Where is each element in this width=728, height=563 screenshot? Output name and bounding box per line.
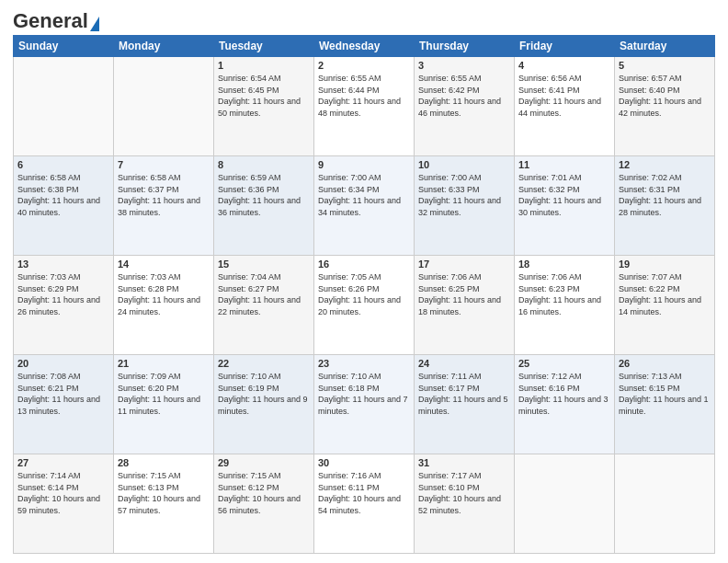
weekday-header-sunday: Sunday (14, 36, 114, 57)
cell-info: Sunrise: 6:59 AM Sunset: 6:36 PM Dayligh… (218, 172, 310, 218)
day-number: 1 (218, 60, 310, 71)
day-number: 6 (17, 159, 109, 170)
calendar-week-row: 1Sunrise: 6:54 AM Sunset: 6:45 PM Daylig… (14, 57, 715, 156)
day-number: 23 (318, 358, 410, 369)
cell-info: Sunrise: 7:03 AM Sunset: 6:29 PM Dayligh… (17, 271, 109, 317)
calendar-table: SundayMondayTuesdayWednesdayThursdayFrid… (13, 35, 715, 554)
day-number: 4 (518, 60, 610, 71)
calendar-cell: 9Sunrise: 7:00 AM Sunset: 6:34 PM Daylig… (314, 156, 415, 256)
cell-info: Sunrise: 7:10 AM Sunset: 6:19 PM Dayligh… (218, 371, 310, 417)
day-number: 24 (418, 358, 510, 369)
calendar-cell: 29Sunrise: 7:15 AM Sunset: 6:12 PM Dayli… (214, 454, 314, 554)
weekday-header-friday: Friday (515, 36, 615, 57)
day-number: 9 (318, 159, 410, 170)
cell-info: Sunrise: 6:57 AM Sunset: 6:40 PM Dayligh… (619, 73, 711, 119)
calendar-week-row: 6Sunrise: 6:58 AM Sunset: 6:38 PM Daylig… (14, 156, 715, 256)
cell-info: Sunrise: 7:04 AM Sunset: 6:27 PM Dayligh… (218, 271, 310, 317)
weekday-header-row: SundayMondayTuesdayWednesdayThursdayFrid… (14, 36, 715, 57)
day-number: 18 (518, 259, 610, 270)
cell-info: Sunrise: 7:08 AM Sunset: 6:21 PM Dayligh… (17, 371, 109, 417)
cell-info: Sunrise: 7:16 AM Sunset: 6:11 PM Dayligh… (318, 470, 410, 516)
cell-info: Sunrise: 7:07 AM Sunset: 6:22 PM Dayligh… (619, 271, 711, 317)
logo-triangle-icon (90, 17, 99, 31)
day-number: 10 (418, 159, 510, 170)
calendar-cell: 13Sunrise: 7:03 AM Sunset: 6:29 PM Dayli… (14, 256, 114, 355)
weekday-header-wednesday: Wednesday (314, 36, 415, 57)
cell-info: Sunrise: 7:09 AM Sunset: 6:20 PM Dayligh… (118, 371, 210, 417)
cell-info: Sunrise: 6:58 AM Sunset: 6:37 PM Dayligh… (118, 172, 210, 218)
calendar-cell (14, 57, 114, 156)
day-number: 7 (118, 159, 210, 170)
cell-info: Sunrise: 6:56 AM Sunset: 6:41 PM Dayligh… (518, 73, 610, 119)
calendar-cell: 18Sunrise: 7:06 AM Sunset: 6:23 PM Dayli… (515, 256, 615, 355)
weekday-header-tuesday: Tuesday (214, 36, 314, 57)
calendar-week-row: 13Sunrise: 7:03 AM Sunset: 6:29 PM Dayli… (14, 256, 715, 355)
cell-info: Sunrise: 7:03 AM Sunset: 6:28 PM Dayligh… (118, 271, 210, 317)
cell-info: Sunrise: 7:11 AM Sunset: 6:17 PM Dayligh… (418, 371, 510, 417)
weekday-header-thursday: Thursday (415, 36, 515, 57)
calendar-week-row: 27Sunrise: 7:14 AM Sunset: 6:14 PM Dayli… (14, 454, 715, 554)
day-number: 8 (218, 159, 310, 170)
day-number: 21 (118, 358, 210, 369)
day-number: 29 (218, 457, 310, 468)
calendar-cell: 15Sunrise: 7:04 AM Sunset: 6:27 PM Dayli… (214, 256, 314, 355)
cell-info: Sunrise: 7:15 AM Sunset: 6:12 PM Dayligh… (218, 470, 310, 516)
day-number: 27 (17, 457, 109, 468)
cell-info: Sunrise: 7:13 AM Sunset: 6:15 PM Dayligh… (619, 371, 711, 417)
calendar-cell: 11Sunrise: 7:01 AM Sunset: 6:32 PM Dayli… (515, 156, 615, 256)
cell-info: Sunrise: 7:00 AM Sunset: 6:33 PM Dayligh… (418, 172, 510, 218)
calendar-cell: 14Sunrise: 7:03 AM Sunset: 6:28 PM Dayli… (114, 256, 214, 355)
calendar-cell (114, 57, 214, 156)
calendar-week-row: 20Sunrise: 7:08 AM Sunset: 6:21 PM Dayli… (14, 355, 715, 454)
cell-info: Sunrise: 7:01 AM Sunset: 6:32 PM Dayligh… (518, 172, 610, 218)
day-number: 25 (518, 358, 610, 369)
day-number: 31 (418, 457, 510, 468)
calendar-cell: 26Sunrise: 7:13 AM Sunset: 6:15 PM Dayli… (615, 355, 715, 454)
calendar-cell (615, 454, 715, 554)
calendar-cell: 8Sunrise: 6:59 AM Sunset: 6:36 PM Daylig… (214, 156, 314, 256)
calendar-cell: 10Sunrise: 7:00 AM Sunset: 6:33 PM Dayli… (415, 156, 515, 256)
calendar-cell: 23Sunrise: 7:10 AM Sunset: 6:18 PM Dayli… (314, 355, 415, 454)
logo-general: General (13, 9, 88, 33)
calendar-cell: 19Sunrise: 7:07 AM Sunset: 6:22 PM Dayli… (615, 256, 715, 355)
calendar-cell: 24Sunrise: 7:11 AM Sunset: 6:17 PM Dayli… (415, 355, 515, 454)
day-number: 14 (118, 259, 210, 270)
cell-info: Sunrise: 7:06 AM Sunset: 6:25 PM Dayligh… (418, 271, 510, 317)
calendar-cell: 6Sunrise: 6:58 AM Sunset: 6:38 PM Daylig… (14, 156, 114, 256)
cell-info: Sunrise: 7:06 AM Sunset: 6:23 PM Dayligh… (518, 271, 610, 317)
day-number: 16 (318, 259, 410, 270)
cell-info: Sunrise: 7:12 AM Sunset: 6:16 PM Dayligh… (518, 371, 610, 417)
weekday-header-monday: Monday (114, 36, 214, 57)
cell-info: Sunrise: 7:05 AM Sunset: 6:26 PM Dayligh… (318, 271, 410, 317)
calendar-cell: 12Sunrise: 7:02 AM Sunset: 6:31 PM Dayli… (615, 156, 715, 256)
cell-info: Sunrise: 6:58 AM Sunset: 6:38 PM Dayligh… (17, 172, 109, 218)
weekday-header-saturday: Saturday (615, 36, 715, 57)
cell-info: Sunrise: 7:00 AM Sunset: 6:34 PM Dayligh… (318, 172, 410, 218)
day-number: 13 (17, 259, 109, 270)
calendar-cell: 20Sunrise: 7:08 AM Sunset: 6:21 PM Dayli… (14, 355, 114, 454)
cell-info: Sunrise: 7:17 AM Sunset: 6:10 PM Dayligh… (418, 470, 510, 516)
cell-info: Sunrise: 7:02 AM Sunset: 6:31 PM Dayligh… (619, 172, 711, 218)
cell-info: Sunrise: 6:54 AM Sunset: 6:45 PM Dayligh… (218, 73, 310, 119)
calendar-cell: 4Sunrise: 6:56 AM Sunset: 6:41 PM Daylig… (515, 57, 615, 156)
calendar-cell: 5Sunrise: 6:57 AM Sunset: 6:40 PM Daylig… (615, 57, 715, 156)
calendar-cell (515, 454, 615, 554)
day-number: 11 (518, 159, 610, 170)
day-number: 17 (418, 259, 510, 270)
page-container: General SundayMondayTuesdayWednesdayThur… (0, 0, 728, 563)
calendar-cell: 7Sunrise: 6:58 AM Sunset: 6:37 PM Daylig… (114, 156, 214, 256)
day-number: 26 (619, 358, 711, 369)
calendar-cell: 22Sunrise: 7:10 AM Sunset: 6:19 PM Dayli… (214, 355, 314, 454)
day-number: 19 (619, 259, 711, 270)
calendar-cell: 3Sunrise: 6:55 AM Sunset: 6:42 PM Daylig… (415, 57, 515, 156)
day-number: 28 (118, 457, 210, 468)
calendar-cell: 17Sunrise: 7:06 AM Sunset: 6:25 PM Dayli… (415, 256, 515, 355)
cell-info: Sunrise: 7:15 AM Sunset: 6:13 PM Dayligh… (118, 470, 210, 516)
calendar-cell: 21Sunrise: 7:09 AM Sunset: 6:20 PM Dayli… (114, 355, 214, 454)
day-number: 22 (218, 358, 310, 369)
cell-info: Sunrise: 6:55 AM Sunset: 6:44 PM Dayligh… (318, 73, 410, 119)
calendar-cell: 30Sunrise: 7:16 AM Sunset: 6:11 PM Dayli… (314, 454, 415, 554)
calendar-cell: 31Sunrise: 7:17 AM Sunset: 6:10 PM Dayli… (415, 454, 515, 554)
day-number: 12 (619, 159, 711, 170)
day-number: 30 (318, 457, 410, 468)
